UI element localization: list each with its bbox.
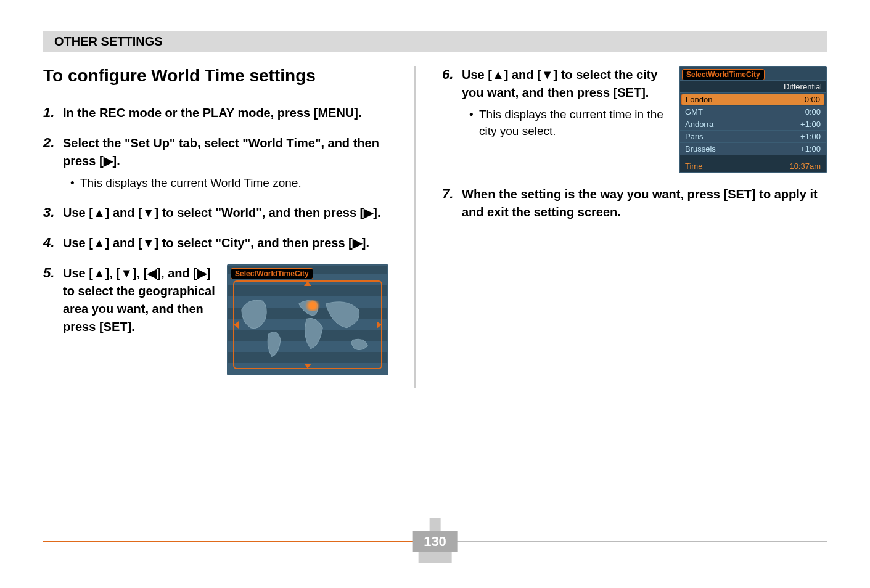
footer-stub <box>419 552 452 563</box>
lcd-world-map-screenshot: SelectWorldTimeCity <box>227 264 388 375</box>
step-number: 6. <box>442 66 457 173</box>
step-number: 1. <box>43 104 58 122</box>
step-text: Use [▲] and [▼] to select "World", and t… <box>63 204 388 222</box>
lcd-column-header: Differential <box>680 80 826 93</box>
lcd-diff: 0:00 <box>805 95 820 104</box>
right-column: 6. Use [▲] and [▼] to select the city yo… <box>442 66 827 388</box>
step-number: 3. <box>43 204 58 222</box>
map-highlight-icon <box>303 300 322 311</box>
step-text: In the REC mode or the PLAY mode, press … <box>63 104 388 122</box>
step-text: Use [▲] and [▼] to select the city you w… <box>462 66 668 102</box>
lcd-city: Paris <box>685 132 704 141</box>
lcd-time-label: Time <box>685 161 702 171</box>
steps-left: 1. In the REC mode or the PLAY mode, pre… <box>43 104 388 375</box>
step-note: This displays the current World Time zon… <box>70 175 388 192</box>
step-item: 5. Use [▲], [▼], [◀], and [▶] to select … <box>43 264 388 375</box>
lcd-city: London <box>686 95 712 104</box>
footer-stub <box>430 518 441 531</box>
step-text: Use [▲], [▼], [◀], and [▶] to select the… <box>63 264 216 336</box>
two-column-layout: To configure World Time settings 1. In t… <box>43 66 827 388</box>
step-note-list: This displays the current time in the ci… <box>469 107 668 139</box>
step-item: 6. Use [▲] and [▼] to select the city yo… <box>442 66 827 173</box>
world-map-icon <box>236 283 380 367</box>
section-header: OTHER SETTINGS <box>43 31 827 52</box>
lcd-row: Andorra +1:00 <box>680 118 826 131</box>
step-number: 2. <box>43 134 58 192</box>
lcd-row: GMT 0:00 <box>680 106 826 118</box>
step-item: 4. Use [▲] and [▼] to select "City", and… <box>43 234 388 252</box>
lcd-row: Brussels +1:00 <box>680 143 826 155</box>
step-number: 5. <box>43 264 58 375</box>
lcd-time-value: 10:37am <box>789 161 821 171</box>
step-note: This displays the current time in the ci… <box>469 107 668 139</box>
lcd-title: SelectWorldTimeCity <box>231 268 313 279</box>
lcd-row-selected: London 0:00 <box>681 94 824 105</box>
manual-page: OTHER SETTINGS To configure World Time s… <box>0 0 870 588</box>
lcd-diff: +1:00 <box>800 120 821 129</box>
steps-right: 6. Use [▲] and [▼] to select the city yo… <box>442 66 827 221</box>
step-item: 7. When the setting is the way you want,… <box>442 186 827 221</box>
step-number: 7. <box>442 186 457 221</box>
step-item: 1. In the REC mode or the PLAY mode, pre… <box>43 104 388 122</box>
lcd-spacer <box>680 155 826 160</box>
step-note-list: This displays the current World Time zon… <box>70 175 388 192</box>
lcd-city: Andorra <box>685 120 713 129</box>
step-item: 3. Use [▲] and [▼] to select "World", an… <box>43 204 388 222</box>
step-text: When the setting is the way you want, pr… <box>462 186 827 221</box>
lcd-time-row: Time 10:37am <box>680 160 826 172</box>
step-text: Select the "Set Up" tab, select "World T… <box>63 134 388 170</box>
step-item: 2. Select the "Set Up" tab, select "Worl… <box>43 134 388 192</box>
lcd-diff: +1:00 <box>800 144 821 153</box>
step-text: Use [▲] and [▼] to select "City", and th… <box>63 234 388 252</box>
lcd-city-list-screenshot: SelectWorldTimeCity Differential London … <box>679 66 827 173</box>
lcd-diff: +1:00 <box>800 132 821 141</box>
lcd-city: GMT <box>685 107 703 116</box>
page-number: 130 <box>412 531 458 552</box>
page-title: To configure World Time settings <box>43 66 388 86</box>
page-footer: 130 <box>412 518 458 563</box>
lcd-title: SelectWorldTimeCity <box>682 69 765 80</box>
lcd-city: Brussels <box>685 144 716 153</box>
column-divider <box>414 66 416 388</box>
lcd-diff: 0:00 <box>805 107 821 116</box>
step-number: 4. <box>43 234 58 252</box>
lcd-row: Paris +1:00 <box>680 131 826 143</box>
left-column: To configure World Time settings 1. In t… <box>43 66 388 388</box>
